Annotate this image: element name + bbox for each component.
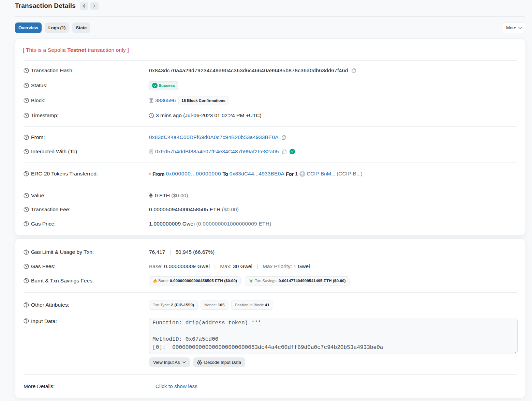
- svg-text:$: $: [251, 280, 252, 282]
